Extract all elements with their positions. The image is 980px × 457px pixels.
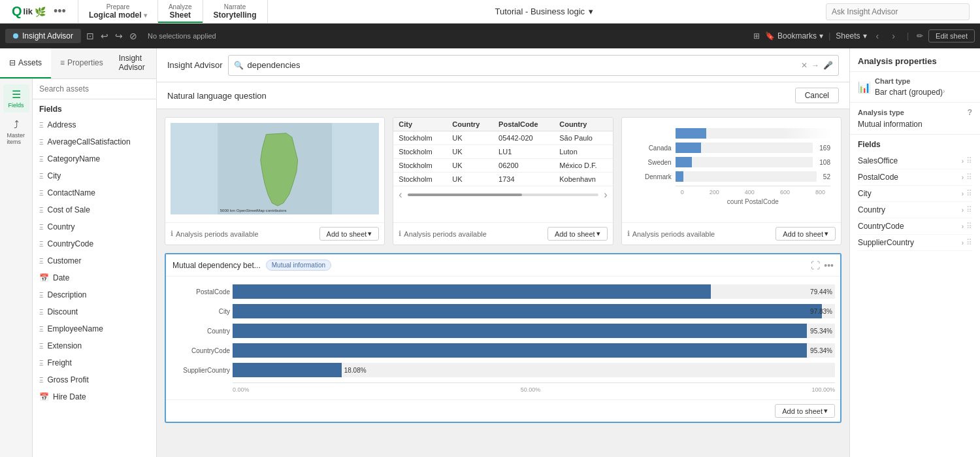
- chart-type-arrow[interactable]: ›: [943, 88, 945, 95]
- cancel-btn[interactable]: Cancel: [795, 88, 839, 103]
- field-freight[interactable]: Ξ Freight: [33, 354, 156, 371]
- chart-type-value[interactable]: Bar chart (grouped) ›: [875, 88, 945, 97]
- field-description[interactable]: Ξ Description: [33, 286, 156, 303]
- add-label: Add to sheet: [783, 230, 823, 238]
- selection-icon[interactable]: ⊡: [86, 31, 94, 41]
- right-fields-section: Fields SalesOffice › ⠿ PostalCode › ⠿ Ci…: [850, 135, 980, 256]
- field-contact[interactable]: Ξ ContactName: [33, 184, 156, 201]
- mutual-bar-value: 18.08%: [344, 367, 367, 374]
- field-text-icon: Ξ: [39, 190, 44, 197]
- tab-assets-label: Assets: [18, 58, 42, 67]
- nav-center: Tutorial - Business logic ▾: [268, 7, 821, 16]
- advisor-search-input[interactable]: [248, 60, 797, 70]
- right-field-countrycode[interactable]: CountryCode › ⠿: [858, 218, 972, 235]
- bar-fill: [676, 171, 684, 182]
- table-card-body: City Country PostalCode Country Stockhol…: [393, 118, 612, 222]
- scroll-right-btn[interactable]: ›: [604, 189, 607, 201]
- dropdown-arrow[interactable]: ▾: [824, 407, 828, 415]
- master-items-nav-item[interactable]: ⤴ Master items: [3, 115, 29, 149]
- search-assets-input[interactable]: [33, 79, 156, 99]
- tab-assets[interactable]: ⊟ Assets: [0, 48, 51, 78]
- field-text-icon: Ξ: [39, 292, 44, 299]
- right-field-city[interactable]: City › ⠿: [858, 186, 972, 202]
- drag-handle-icon[interactable]: ⠿: [966, 238, 972, 247]
- drag-handle-icon[interactable]: ⠿: [966, 173, 972, 182]
- arrow-icon[interactable]: →: [811, 61, 819, 70]
- field-extension[interactable]: Ξ Extension: [33, 337, 156, 354]
- tab-properties[interactable]: ≡ Properties: [51, 48, 112, 78]
- app-title[interactable]: Tutorial - Business logic ▾: [495, 7, 594, 16]
- bookmarks-btn[interactable]: 🔖 Bookmarks ▾: [765, 31, 823, 41]
- right-field-suppliercountry[interactable]: SupplierCountry › ⠿: [858, 235, 972, 251]
- field-text-icon: Ξ: [39, 173, 44, 180]
- dropdown-arrow[interactable]: ▾: [368, 229, 372, 238]
- forward-icon[interactable]: ↪: [115, 31, 123, 41]
- clear-icon[interactable]: ⊘: [129, 31, 137, 41]
- field-date[interactable]: 📅 Date: [33, 269, 156, 286]
- drag-handle-icon[interactable]: ⠿: [966, 156, 972, 165]
- prev-sheet-btn[interactable]: ‹: [872, 31, 883, 41]
- sheets-btn[interactable]: Sheets ▾: [836, 31, 866, 41]
- nav-narrate[interactable]: Narrate Storytelling: [203, 0, 268, 23]
- field-avgcall[interactable]: Ξ AverageCallSatisfaction: [33, 133, 156, 150]
- dropdown-arrow[interactable]: ▾: [596, 229, 600, 238]
- field-address[interactable]: Ξ Address: [33, 116, 156, 133]
- add-to-sheet-btn-bar[interactable]: Add to sheet ▾: [776, 227, 836, 241]
- mutual-bar-value: 97.83%: [810, 308, 832, 315]
- table-card: City Country PostalCode Country Stockhol…: [393, 117, 613, 245]
- field-label: City: [48, 171, 61, 180]
- master-nav-label: Master items: [7, 132, 25, 145]
- add-to-sheet-btn-map[interactable]: Add to sheet ▾: [319, 227, 380, 241]
- field-customer[interactable]: Ξ Customer: [33, 252, 156, 269]
- edit-icon[interactable]: ✏: [917, 31, 923, 41]
- field-country[interactable]: Ξ Country: [33, 218, 156, 235]
- fields-nav-item[interactable]: ☰ Fields: [3, 84, 29, 112]
- advisor-panel: Insight Advisor 🔍 ✕ → 🎤 Natural language…: [157, 48, 849, 457]
- advisor-search-wrap[interactable]: 🔍 ✕ → 🎤: [228, 55, 839, 76]
- advisor-panel-label[interactable]: Insight Advisor: [112, 48, 156, 78]
- drag-handle-icon[interactable]: ⠿: [966, 189, 972, 198]
- expand-icon[interactable]: ⛶: [811, 260, 820, 271]
- more-icon[interactable]: •••: [824, 260, 834, 271]
- nav-analyze[interactable]: Analyze Sheet: [158, 0, 203, 23]
- field-category[interactable]: Ξ CategoryName: [33, 150, 156, 167]
- field-costofsale[interactable]: Ξ Cost of Sale: [33, 201, 156, 218]
- add-to-sheet-btn-mutual[interactable]: Add to sheet ▾: [775, 404, 835, 418]
- ask-advisor-input[interactable]: [826, 3, 970, 20]
- field-grossprofit[interactable]: Ξ Gross Profit: [33, 371, 156, 388]
- field-city[interactable]: Ξ City: [33, 167, 156, 184]
- analysis-info-icon[interactable]: ?: [968, 108, 972, 117]
- nav-dots-btn[interactable]: •••: [48, 5, 71, 18]
- field-employeename[interactable]: Ξ EmployeeName: [33, 320, 156, 337]
- add-to-sheet-btn-table[interactable]: Add to sheet ▾: [547, 227, 608, 241]
- right-field-country[interactable]: Country › ⠿: [858, 202, 972, 218]
- nav-prepare[interactable]: Prepare Logical model ▾: [78, 0, 158, 23]
- sheets-arrow: ▾: [863, 31, 867, 41]
- grid-view-icon[interactable]: ⊞: [753, 31, 760, 41]
- field-row-icons: › ⠿: [962, 238, 972, 247]
- mutual-bar-label: City: [171, 308, 230, 315]
- field-countrycode[interactable]: Ξ CountryCode: [33, 235, 156, 252]
- mic-icon[interactable]: 🎤: [823, 61, 833, 70]
- dropdown-arrow[interactable]: ▾: [825, 229, 828, 238]
- next-sheet-btn[interactable]: ›: [888, 31, 899, 41]
- drag-handle-icon[interactable]: ⠿: [966, 205, 972, 214]
- mutual-axis: 0.00% 50.00% 100.00%: [171, 385, 835, 394]
- mutual-bar-row-country: Country 95.34%: [171, 324, 835, 338]
- clear-search-icon[interactable]: ✕: [801, 61, 808, 70]
- drag-handle-icon[interactable]: ⠿: [966, 222, 972, 231]
- insight-advisor-toggle[interactable]: Insight Advisor: [5, 29, 81, 43]
- right-field-postalcode[interactable]: PostalCode › ⠿: [858, 169, 972, 186]
- analysis-period: ℹ Analysis periods available: [399, 229, 487, 238]
- field-discount[interactable]: Ξ Discount: [33, 303, 156, 320]
- logo-area[interactable]: Q lik 🌿 •••: [5, 0, 78, 23]
- edit-sheet-btn[interactable]: Edit sheet: [928, 29, 975, 42]
- cards-row-2: Mutual dependency bet... Mutual informat…: [165, 253, 841, 423]
- field-text-icon: Ξ: [39, 156, 44, 163]
- fade-overlay: [784, 128, 830, 139]
- partial-bar-wrap: [676, 128, 830, 139]
- back-icon[interactable]: ↩: [101, 31, 108, 41]
- field-hiredate[interactable]: 📅 Hire Date: [33, 388, 156, 405]
- right-field-salesoffice[interactable]: SalesOffice › ⠿: [858, 153, 972, 169]
- field-label: Country: [48, 222, 75, 231]
